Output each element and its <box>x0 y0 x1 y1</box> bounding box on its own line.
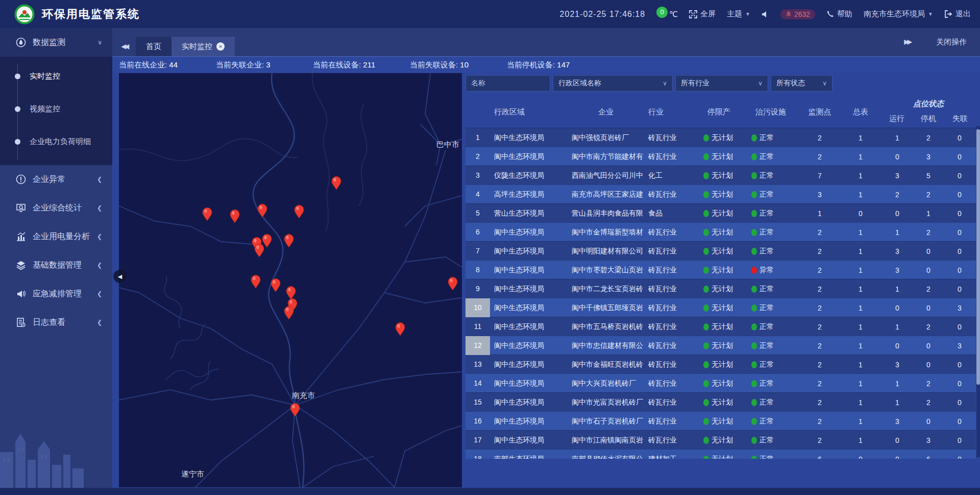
stat-value: 211 <box>363 60 375 69</box>
cell-industry: 建材加工 <box>644 455 703 459</box>
cell-industry: 砖瓦行业 <box>644 417 703 426</box>
cell-limit-status: 无计划 <box>703 190 751 199</box>
table-row[interactable]: 3仪陇生态环境局西南油气田分公司川中化工无计划正常71350 <box>465 166 976 184</box>
cell-limit-status: 无计划 <box>703 209 751 218</box>
stats-bar: 当前在线企业: 44当前失联企业: 3当前在线设备: 211当前失联设备: 10… <box>112 56 980 73</box>
row-index: 12 <box>465 336 490 355</box>
cell-meters: 1 <box>840 342 881 350</box>
chevron-left-icon: ❮ <box>97 290 102 297</box>
sidebar-subitem-realtime-monitoring[interactable]: 实时监控 <box>0 60 112 92</box>
status-dot-green <box>751 229 757 236</box>
sidebar-item-power-usage-analysis[interactable]: 企业用电量分析❮ <box>0 222 112 251</box>
row-index: 1 <box>465 128 490 147</box>
fullscreen-button[interactable]: 全屏 <box>689 9 716 19</box>
table-row[interactable]: 18南部生态环境局南部县砌佳水泥有限公建材加工无计划正常60060 <box>465 449 976 459</box>
close-operations-button[interactable]: 关闭操作 <box>936 37 967 47</box>
scrollbar-thumb[interactable] <box>976 129 980 385</box>
cell-industry: 砖瓦行业 <box>644 379 703 388</box>
row-index: 17 <box>465 431 490 450</box>
map-panel[interactable]: 巴中市南充市遂宁市 <box>119 73 462 487</box>
facility-status-label: 正常 <box>760 152 774 161</box>
sidebar-item-base-data-management[interactable]: 基础数据管理❮ <box>0 251 112 279</box>
limit-status-label: 无计划 <box>712 436 733 445</box>
cell-points: 2 <box>799 436 840 444</box>
sidebar-item-enterprise-abnormal[interactable]: 企业异常❮ <box>0 165 112 194</box>
cell-facility-status: 异常 <box>751 266 799 275</box>
tab-close-icon[interactable]: × <box>216 42 225 51</box>
cell-industry: 砖瓦行业 <box>644 303 703 313</box>
table-row[interactable]: 14阆中生态环境局阆中大兴页岩机砖厂砖瓦行业无计划正常21120 <box>465 373 976 392</box>
tabs-scroll-right-button[interactable]: ▶▶ <box>895 33 919 52</box>
col-run: 运行 <box>881 114 913 124</box>
sidebar-item-data-monitoring[interactable]: 数据监测∨ <box>0 28 112 57</box>
table-row[interactable]: 10阆中生态环境局阆中千佛镇五郎垭页岩砖瓦行业无计划正常21003 <box>465 298 976 317</box>
row-index: 6 <box>465 223 490 242</box>
industry-select[interactable]: 所有行业 ∨ <box>675 75 768 91</box>
table-scrollbar[interactable] <box>976 126 980 457</box>
sidebar-submenu: 实时监控视频监控企业电力负荷明细 <box>0 57 112 165</box>
status-dot-green <box>703 248 709 255</box>
limit-status-label: 无计划 <box>712 360 733 369</box>
cell-industry: 砖瓦行业 <box>644 285 703 294</box>
limit-status-label: 无计划 <box>712 190 733 199</box>
table-row[interactable]: 11阆中生态环境局阆中市五马桥页岩机砖砖瓦行业无计划正常21120 <box>465 317 976 336</box>
cell-stop: 2 <box>914 191 943 199</box>
tabs-scroll-left-button[interactable]: ◀◀ <box>112 37 136 56</box>
cell-industry: 砖瓦行业 <box>644 247 703 256</box>
sidebar-item-log-view[interactable]: 日志查看❮ <box>0 308 112 337</box>
table-row[interactable]: 9阆中生态环境局阆中市二龙长宝页岩砖砖瓦行业无计划正常21120 <box>465 279 976 298</box>
status-select[interactable]: 所有状态 ∨ <box>771 75 832 91</box>
table-row[interactable]: 2阆中生态环境局阆中市南方节能建材有砖瓦行业无计划正常21030 <box>465 147 976 166</box>
table-row[interactable]: 5营山生态环境局营山县润丰肉食品有限食品无计划正常10010 <box>465 203 976 222</box>
col-facility: 治污设施 <box>751 96 799 128</box>
tab-realtime-monitoring[interactable]: 实时监控 × <box>172 37 235 56</box>
sidebar-subitem-power-load-detail[interactable]: 企业电力负荷明细 <box>0 125 112 158</box>
limit-status-label: 无计划 <box>712 341 733 350</box>
tab-home[interactable]: 首页 <box>136 37 172 56</box>
stat-item-4: 当前停机设备: 147 <box>500 60 597 70</box>
cell-facility-status: 正常 <box>751 285 799 294</box>
table-row[interactable]: 13阆中生态环境局阆中市金福旺页岩机砖砖瓦行业无计划正常21300 <box>465 355 976 373</box>
table-row[interactable]: 17阆中生态环境局阆中市江南镇阆南页岩砖瓦行业无计划正常21030 <box>465 430 976 449</box>
row-index: 18 <box>465 450 490 459</box>
cell-company: 阆中市金福旺页岩机砖 <box>568 360 644 369</box>
table-row[interactable]: 16阆中生态环境局阆中市石子页岩机砖厂砖瓦行业无计划正常21300 <box>465 411 976 430</box>
org-dropdown[interactable]: 南充市生态环境局 ▼ <box>864 9 933 19</box>
main-content: 巴中市南充市遂宁市 ◀ 名称 行政区域名称 ∨ 所有行业 ∨ 所有状态 ∨ <box>112 73 980 488</box>
stat-value: 147 <box>557 60 570 69</box>
status-dot-green <box>703 323 709 331</box>
cell-region: 阆中生态环境局 <box>490 266 568 275</box>
theme-dropdown[interactable]: 主题 ▼ <box>727 9 750 19</box>
table-row[interactable]: 15阆中生态环境局阆中市光富页岩机砖厂砖瓦行业无计划正常21120 <box>465 392 976 411</box>
cell-run: 1 <box>881 323 914 331</box>
sidebar-subitem-video-monitoring[interactable]: 视频监控 <box>0 92 112 125</box>
col-limit: 停限产 <box>703 96 751 128</box>
help-button[interactable]: 帮助 <box>826 9 852 19</box>
row-index: 9 <box>465 279 490 298</box>
cell-run: 3 <box>881 172 914 180</box>
name-search-input[interactable]: 名称 <box>465 75 550 91</box>
sidebar-item-enterprise-statistics[interactable]: 企业综合统计❮ <box>0 194 112 222</box>
table-row[interactable]: 7阆中生态环境局阆中明阳建材有限公司砖瓦行业无计划正常21300 <box>465 241 976 260</box>
mute-button[interactable] <box>762 11 769 18</box>
table-row[interactable]: 1阆中生态环境局阆中强锐页岩砖厂砖瓦行业无计划正常21120 <box>465 128 976 147</box>
stat-item-1: 当前失联企业: 3 <box>209 60 306 70</box>
logout-button[interactable]: 退出 <box>944 9 971 19</box>
status-dot-green <box>703 361 709 368</box>
cell-points: 2 <box>799 398 840 407</box>
table-row[interactable]: 6阆中生态环境局阆中市金博瑞新型墙材砖瓦行业无计划正常21120 <box>465 222 976 241</box>
region-select[interactable]: 行政区域名称 ∨ <box>553 75 673 91</box>
sidebar-collapse-handle[interactable]: ◀ <box>113 270 127 283</box>
table-row[interactable]: 4高坪生态环境局南充市高坪区王家店建砖瓦行业无计划正常31220 <box>465 184 976 203</box>
page-title: 环保用电监管系统 <box>42 7 140 22</box>
megaphone-icon <box>15 289 27 299</box>
sidebar-item-label: 企业用电量分析 <box>33 231 97 242</box>
cell-lost: 3 <box>943 304 976 312</box>
notification-badge[interactable]: 2632 <box>780 9 815 19</box>
table-row[interactable]: 8阆中生态环境局阆中市枣碧大梁山页岩砖瓦行业无计划异常21300 <box>465 260 976 279</box>
table-row[interactable]: 12阆中生态环境局阆中市忠信建材有限公砖瓦行业无计划正常21003 <box>465 336 976 355</box>
stat-value: 3 <box>266 60 270 69</box>
sidebar-item-emergency-reduction[interactable]: 应急减排管理❮ <box>0 279 112 308</box>
cell-points: 2 <box>799 228 840 237</box>
cell-region: 阆中生态环境局 <box>490 341 568 350</box>
